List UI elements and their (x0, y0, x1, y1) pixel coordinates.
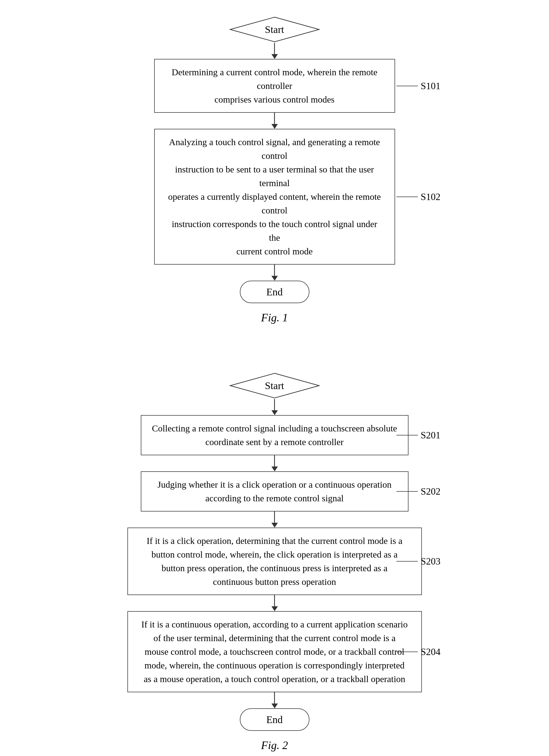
fig2-s202-text: Judging whether it is a click operation … (157, 480, 391, 503)
fig2-flowchart: Start Collecting a remote control signal… (87, 372, 462, 731)
fig1-flowchart: Start Determining a current control mode… (87, 16, 462, 303)
fig1-start-shape: Start (229, 16, 320, 43)
fig2-label: Fig. 2 (261, 739, 288, 752)
fig2-s201-label: S201 (396, 430, 440, 441)
fig2-s204-text: If it is a continuous operation, accordi… (141, 619, 408, 684)
arrow2 (272, 113, 278, 129)
arrow6 (272, 511, 278, 528)
fig1-section: Start Determining a current control mode… (21, 16, 528, 324)
fig2-start-shape: Start (229, 372, 320, 399)
fig1-label: Fig. 1 (261, 311, 288, 324)
fig2-step-s204-row: If it is a continuous operation, accordi… (87, 611, 462, 692)
fig1-s102-label: S102 (396, 191, 440, 202)
fig2-step-s201-row: Collecting a remote control signal inclu… (87, 415, 462, 455)
page: Start Determining a current control mode… (0, 0, 549, 756)
fig2-step-s204: If it is a continuous operation, accordi… (127, 611, 422, 692)
fig1-end-label: End (266, 286, 283, 298)
arrow3 (272, 265, 278, 281)
fig2-step-s202: Judging whether it is a click operation … (141, 471, 408, 511)
arrow8 (272, 692, 278, 708)
fig2-step-s202-row: Judging whether it is a click operation … (87, 471, 462, 511)
fig1-start-label: Start (265, 24, 284, 35)
fig2-s204-label: S204 (396, 646, 440, 657)
fig2-step-s203-row: If it is a click operation, determining … (87, 528, 462, 595)
arrow5 (272, 455, 278, 471)
fig1-step-s101: Determining a current control mode, wher… (154, 59, 395, 113)
fig2-end-label: End (266, 714, 283, 725)
fig2-section: Start Collecting a remote control signal… (21, 372, 528, 752)
fig2-step-s201: Collecting a remote control signal inclu… (141, 415, 408, 455)
arrow7 (272, 595, 278, 611)
fig2-start-label: Start (265, 380, 284, 392)
arrow1 (272, 43, 278, 59)
fig1-s101-label: S101 (396, 80, 440, 92)
fig2-s202-label: S202 (396, 486, 440, 497)
fig2-end-shape: End (240, 708, 309, 731)
fig1-step-s101-row: Determining a current control mode, wher… (87, 59, 462, 113)
fig2-s203-text: If it is a click operation, determining … (147, 536, 402, 587)
fig2-s203-label: S203 (396, 556, 440, 567)
arrow4 (272, 399, 278, 415)
fig1-s101-text: Determining a current control mode, wher… (172, 67, 377, 104)
fig2-step-s203: If it is a click operation, determining … (127, 528, 422, 595)
fig1-end-shape: End (240, 281, 309, 303)
fig1-step-s102: Analyzing a touch control signal, and ge… (154, 129, 395, 265)
fig1-step-s102-row: Analyzing a touch control signal, and ge… (87, 129, 462, 265)
fig2-s201-text: Collecting a remote control signal inclu… (152, 423, 397, 447)
fig1-s102-text: Analyzing a touch control signal, and ge… (168, 137, 381, 256)
